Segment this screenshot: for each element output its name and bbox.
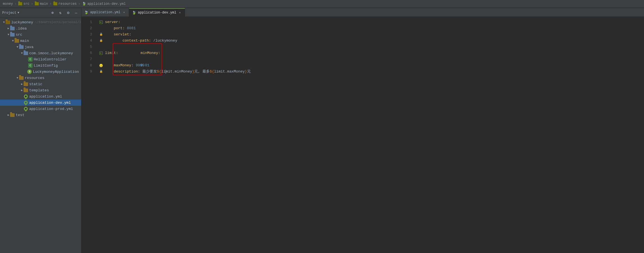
sidebar-item-static[interactable]: static bbox=[0, 81, 81, 87]
sidebar-toolbar-left: Project ▼ bbox=[2, 11, 19, 15]
sidebar-item-luckymoney-label: luckymoney bbox=[11, 20, 33, 24]
arrow-icon-6: ▶ bbox=[99, 51, 103, 55]
line9-str6: 元 bbox=[247, 69, 251, 75]
line9-special2: } bbox=[192, 69, 195, 75]
gutter-1: ▶ bbox=[99, 20, 103, 24]
templates-folder-icon bbox=[24, 88, 28, 92]
sidebar-item-test[interactable]: test bbox=[0, 112, 81, 118]
sidebar-item-com-imooc[interactable]: com.imooc.luckymoney bbox=[0, 50, 81, 56]
tree-arrow-static bbox=[20, 82, 24, 86]
breadcrumb-sep-2: › bbox=[31, 2, 33, 6]
sidebar-item-java-label: java bbox=[25, 45, 33, 49]
code-line-8: 💡 maxMoney: 9999 bbox=[99, 62, 644, 69]
line1-key: server: bbox=[105, 19, 120, 25]
line4-space bbox=[151, 38, 153, 44]
line9-special3: ${ bbox=[210, 69, 214, 75]
line9-special4: } bbox=[245, 69, 247, 75]
tab-application-dev-yml-icon: 🍃 bbox=[132, 11, 136, 15]
line9-special1: ${ bbox=[157, 69, 161, 75]
line9-space bbox=[140, 69, 142, 75]
tree-arrow-templates bbox=[20, 89, 24, 92]
static-folder-icon bbox=[24, 82, 28, 86]
idea-folder-icon bbox=[10, 26, 15, 31]
line4-key: context-path: bbox=[122, 38, 151, 44]
sidebar-item-hellocontroller-label: HelloController bbox=[34, 57, 67, 62]
sidebar-item-resources[interactable]: resources bbox=[0, 75, 81, 81]
sidebar-item-templates[interactable]: templates bbox=[0, 87, 81, 93]
line9-key: description: bbox=[114, 69, 140, 75]
line2-value: 8081 bbox=[127, 25, 136, 31]
code-line-6: ▶ limit: bbox=[99, 50, 644, 56]
line9-str3: mit.minMoney bbox=[166, 69, 192, 75]
editor-body[interactable]: 1 2 3 4 5 6 7 8 9 ▶ server: bbox=[81, 17, 644, 253]
money-label: money bbox=[3, 2, 13, 6]
sidebar-item-main[interactable]: main bbox=[0, 38, 81, 44]
tab-application-yml[interactable]: 🍃 application.yml ✕ bbox=[81, 8, 129, 17]
tab-application-yml-close[interactable]: ✕ bbox=[122, 10, 126, 14]
tab-application-dev-yml-close[interactable]: ✕ bbox=[178, 11, 182, 15]
com-folder-icon bbox=[24, 51, 28, 55]
sidebar-item-hellocontroller[interactable]: C HelloController bbox=[0, 56, 81, 62]
settings-button[interactable]: ⚙ bbox=[65, 10, 71, 16]
gutter-5 bbox=[99, 45, 103, 49]
sidebar-item-test-label: test bbox=[16, 113, 24, 117]
locate-file-button[interactable]: ⊕ bbox=[50, 10, 55, 16]
main-layout: Project ▼ ⊕ ⇅ ⚙ — luckymoney ~/IdeaProje… bbox=[0, 8, 644, 253]
folder-icon-resources bbox=[53, 2, 57, 5]
sidebar-toolbar-right: ⊕ ⇅ ⚙ — bbox=[50, 10, 79, 16]
tab-application-yml-label: application.yml bbox=[90, 10, 120, 14]
sidebar-item-java[interactable]: java bbox=[0, 44, 81, 50]
lock-icon-3: 🔒 bbox=[99, 33, 103, 36]
bulb-icon-8: 💡 bbox=[99, 64, 103, 67]
breadcrumb-sep-4: › bbox=[78, 2, 80, 6]
breadcrumb-item-file: 🍃 application-dev.yml bbox=[82, 2, 126, 6]
sidebar-item-application-dev-yml[interactable]: application-dev.yml bbox=[0, 100, 81, 106]
line9-str2: li bbox=[161, 69, 166, 75]
breadcrumb-item-main: main bbox=[35, 2, 48, 6]
gutter-2 bbox=[99, 26, 103, 31]
breadcrumb-item-money: money bbox=[3, 2, 13, 6]
luckymoney-folder-icon bbox=[6, 20, 10, 24]
line2-key: port: bbox=[114, 25, 125, 31]
sidebar-item-limitconfig[interactable]: C LimitConfig bbox=[0, 62, 81, 69]
line8-key: maxMoney: bbox=[114, 62, 133, 69]
sidebar-item-application-prod-yml-label: application-prod.yml bbox=[29, 107, 73, 111]
line4-indent bbox=[105, 38, 122, 44]
code-line-4: 🔒 context-path: /luckymoney bbox=[99, 38, 644, 44]
code-line-7: minMoney: 0.01 bbox=[99, 56, 644, 62]
line7-key: minMoney: bbox=[141, 51, 160, 55]
src-label: src bbox=[23, 2, 29, 6]
arrow-icon-1: ▶ bbox=[99, 21, 103, 24]
tab-application-yml-icon: 🍃 bbox=[84, 10, 88, 15]
code-line-1: ▶ server: bbox=[99, 19, 644, 25]
sidebar-item-src[interactable]: src bbox=[0, 31, 81, 38]
sidebar-item-idea-label: .idea bbox=[16, 26, 27, 31]
code-line-5 bbox=[99, 44, 644, 50]
sidebar-item-application-yml-label: application.yml bbox=[29, 94, 62, 99]
line3-key: servlet: bbox=[114, 31, 131, 38]
sidebar-item-luckymoneyapp[interactable]: S LuckymoneyApplication bbox=[0, 69, 81, 75]
line2-indent bbox=[105, 25, 114, 31]
gutter-7 bbox=[99, 57, 103, 62]
hide-sidebar-button[interactable]: — bbox=[73, 10, 79, 16]
sidebar-item-application-prod-yml[interactable]: application-prod.yml bbox=[0, 106, 81, 112]
sidebar-item-application-yml[interactable]: application.yml bbox=[0, 93, 81, 100]
line9-str1: 最少要发 bbox=[142, 69, 157, 75]
project-dropdown-arrow[interactable]: ▼ bbox=[17, 11, 19, 14]
gutter-8: 💡 bbox=[99, 63, 103, 68]
line8-value: 9999 bbox=[136, 62, 144, 69]
java-folder-icon bbox=[19, 45, 24, 49]
resources-label: resources bbox=[58, 2, 77, 6]
collapse-all-button[interactable]: ⇅ bbox=[58, 10, 63, 16]
line3-indent bbox=[105, 31, 114, 38]
breadcrumb-item-resources: resources bbox=[53, 2, 77, 6]
code-line-2: port: 8081 bbox=[99, 25, 644, 31]
editor-area: 🍃 application.yml ✕ 🍃 application-dev.ym… bbox=[81, 8, 644, 253]
tree-arrow-test bbox=[7, 113, 10, 117]
sidebar-item-idea[interactable]: .idea bbox=[0, 25, 81, 31]
tab-application-dev-yml[interactable]: 🍃 application-dev.yml ✕ bbox=[129, 8, 185, 17]
sidebar-item-luckymoney[interactable]: luckymoney ~/IdeaProjects/personal/lucky… bbox=[0, 19, 81, 25]
sidebar-toolbar: Project ▼ ⊕ ⇅ ⚙ — bbox=[0, 8, 81, 18]
code-editor[interactable]: ▶ server: port: 8081 🔒 bbox=[94, 17, 644, 253]
code-line-9: 🔒 description: 最少要发${limit.minMoney}元, 最… bbox=[99, 69, 644, 75]
